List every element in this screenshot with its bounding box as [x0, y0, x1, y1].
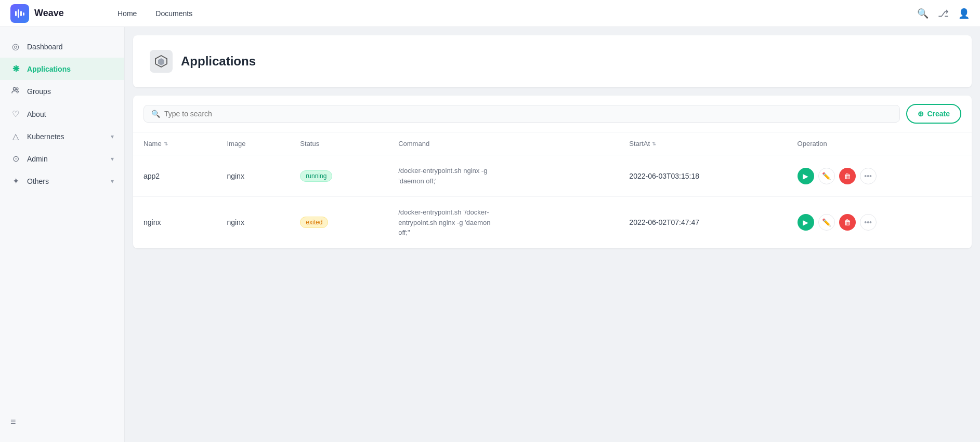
others-icon: ✦ — [10, 176, 21, 186]
cell-image: nginx — [216, 155, 290, 197]
page-header: Applications — [133, 35, 972, 87]
status-badge: running — [300, 170, 332, 182]
col-image: Image — [216, 132, 290, 155]
applications-icon: ❋ — [10, 64, 21, 74]
others-chevron: ▾ — [111, 178, 114, 185]
sidebar-item-about[interactable]: ♡ About — [0, 103, 124, 125]
sidebar-item-others[interactable]: ✦ Others ▾ — [0, 170, 124, 192]
svg-point-5 — [16, 88, 18, 90]
terminal-button[interactable]: ▶ — [798, 214, 814, 231]
main-content: Applications 🔍 ⊕ Create — [125, 27, 980, 442]
svg-rect-3 — [23, 12, 24, 16]
col-name: Name ⇅ — [133, 132, 216, 155]
about-icon: ♡ — [10, 109, 21, 119]
top-navigation: Weave Home Documents 🔍 ⎇ 👤 — [0, 0, 980, 27]
sidebar-item-kubernetes[interactable]: △ Kubernetes ▾ — [0, 125, 124, 148]
search-icon[interactable]: 🔍 — [917, 8, 929, 19]
kubernetes-icon: △ — [10, 131, 21, 141]
delete-button[interactable]: 🗑 — [839, 214, 856, 231]
svg-rect-1 — [18, 9, 19, 18]
nav-link-documents[interactable]: Documents — [148, 6, 200, 21]
sidebar-label-groups: Groups — [27, 87, 51, 96]
admin-chevron: ▾ — [111, 155, 114, 163]
svg-point-4 — [14, 88, 16, 90]
cell-status: running — [290, 155, 388, 197]
sidebar-item-dashboard[interactable]: ◎ Dashboard — [0, 35, 124, 58]
nav-actions: 🔍 ⎇ 👤 — [917, 8, 970, 19]
search-wrap: 🔍 — [143, 105, 900, 123]
cell-name: app2 — [133, 155, 216, 197]
brand: Weave — [10, 4, 94, 23]
sidebar: ◎ Dashboard ❋ Applications Groups ♡ Abou… — [0, 27, 125, 442]
startat-sort-icon[interactable]: ⇅ — [652, 141, 656, 146]
table-row: app2 nginx running /docker-entrypoint.sh… — [133, 155, 972, 197]
sidebar-label-about: About — [27, 110, 46, 118]
sidebar-item-admin[interactable]: ⊙ Admin ▾ — [0, 148, 124, 170]
delete-button[interactable]: 🗑 — [839, 168, 856, 184]
table-body: app2 nginx running /docker-entrypoint.sh… — [133, 155, 972, 248]
groups-icon — [10, 86, 21, 97]
col-command: Command — [388, 132, 619, 155]
nav-link-home[interactable]: Home — [110, 6, 144, 21]
page-header-icon — [150, 50, 173, 73]
brand-logo — [10, 4, 29, 23]
user-icon[interactable]: 👤 — [958, 8, 970, 19]
cell-command: /docker-entrypoint.sh '/docker-entrypoin… — [388, 197, 619, 248]
more-button[interactable]: ••• — [860, 214, 877, 231]
search-icon: 🔍 — [151, 110, 160, 118]
sidebar-bottom: ≡ — [0, 410, 124, 434]
cell-operations: ▶ ✏️ 🗑 ••• — [787, 155, 972, 197]
edit-button[interactable]: ✏️ — [818, 168, 835, 184]
cell-command: /docker-entrypoint.sh nginx -g 'daemon o… — [388, 155, 619, 197]
cell-image: nginx — [216, 197, 290, 248]
more-button[interactable]: ••• — [860, 168, 877, 184]
sidebar-label-kubernetes: Kubernetes — [27, 132, 64, 141]
sidebar-item-applications[interactable]: ❋ Applications — [0, 58, 124, 80]
cell-operations: ▶ ✏️ 🗑 ••• — [787, 197, 972, 248]
col-status: Status — [290, 132, 388, 155]
svg-rect-2 — [20, 11, 22, 16]
admin-icon: ⊙ — [10, 154, 21, 164]
search-input[interactable] — [164, 110, 892, 118]
col-operation: Operation — [787, 132, 972, 155]
git-icon[interactable]: ⎇ — [938, 8, 949, 19]
cell-status: exited — [290, 197, 388, 248]
sidebar-label-applications: Applications — [27, 65, 71, 73]
cell-startat: 2022-06-02T07:47:47 — [619, 197, 787, 248]
menu-icon[interactable]: ≡ — [10, 417, 16, 427]
sidebar-label-admin: Admin — [27, 155, 48, 163]
kubernetes-chevron: ▾ — [111, 133, 114, 140]
nav-links: Home Documents — [110, 6, 900, 21]
page-title: Applications — [181, 54, 256, 69]
name-sort-icon[interactable]: ⇅ — [164, 141, 168, 146]
col-startat: StartAt ⇅ — [619, 132, 787, 155]
sidebar-label-others: Others — [27, 177, 49, 185]
brand-name: Weave — [34, 8, 64, 19]
cell-startat: 2022-06-03T03:15:18 — [619, 155, 787, 197]
create-button[interactable]: ⊕ Create — [906, 104, 961, 124]
cell-name: nginx — [133, 197, 216, 248]
applications-table: Name ⇅ Image Status Command StartAt ⇅ — [133, 132, 972, 248]
create-plus-icon: ⊕ — [918, 110, 924, 118]
edit-button[interactable]: ✏️ — [818, 214, 835, 231]
terminal-button[interactable]: ▶ — [798, 168, 814, 184]
table-row: nginx nginx exited /docker-entrypoint.sh… — [133, 197, 972, 248]
toolbar: 🔍 ⊕ Create — [133, 96, 972, 132]
sidebar-item-groups[interactable]: Groups — [0, 80, 124, 103]
table-header: Name ⇅ Image Status Command StartAt ⇅ — [133, 132, 972, 155]
status-badge: exited — [300, 217, 328, 228]
sidebar-label-dashboard: Dashboard — [27, 43, 63, 51]
svg-rect-0 — [15, 11, 17, 16]
create-label: Create — [927, 110, 950, 118]
content-card: 🔍 ⊕ Create Name ⇅ — [133, 96, 972, 248]
dashboard-icon: ◎ — [10, 42, 21, 51]
